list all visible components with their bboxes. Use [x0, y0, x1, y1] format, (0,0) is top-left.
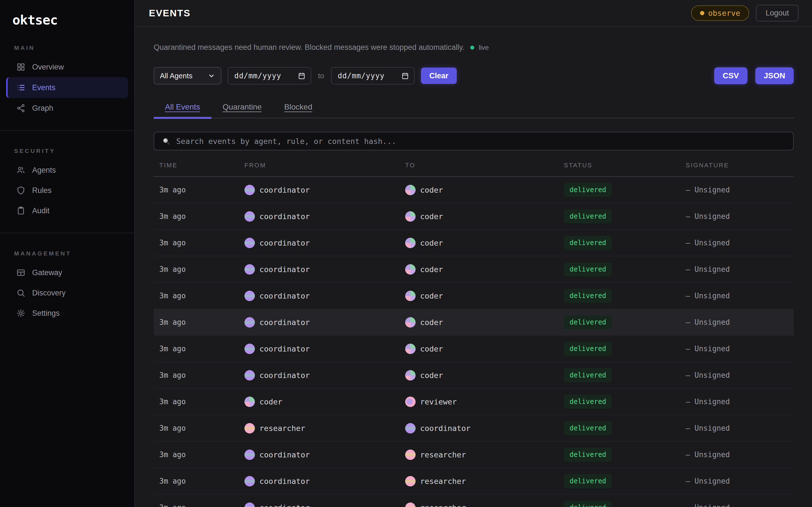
event-time: 3m ago	[154, 424, 239, 432]
col-header-status: STATUS	[558, 162, 680, 169]
from-agent-name: coordinator	[259, 265, 310, 274]
agent-filter-select[interactable]: All Agents	[154, 67, 221, 84]
page-subtitle-row: Quarantined messages need human review. …	[154, 43, 794, 52]
sidebar-item-graph[interactable]: Graph	[0, 98, 134, 118]
table-row[interactable]: 3m ago coordinator coder delivered — Uns…	[154, 230, 794, 256]
status-badge: delivered	[564, 501, 612, 507]
event-time: 3m ago	[154, 238, 239, 247]
from-avatar	[245, 317, 255, 328]
event-time: 3m ago	[154, 186, 239, 194]
events-table-body: 3m ago coordinator coder delivered — Uns…	[154, 177, 794, 507]
tab-blocked[interactable]: Blocked	[273, 99, 324, 118]
observe-mode-badge[interactable]: observe	[691, 5, 749, 21]
table-row[interactable]: 3m ago researcher coordinator delivered …	[154, 415, 794, 442]
table-row[interactable]: 3m ago coordinator coder delivered — Uns…	[154, 362, 794, 389]
date-to-input[interactable]: dd/mm/yyyy	[331, 67, 415, 84]
table-row[interactable]: 3m ago coder reviewer delivered — Unsign…	[154, 389, 794, 415]
status-badge: delivered	[564, 368, 612, 382]
tab-quarantine[interactable]: Quarantine	[211, 99, 273, 118]
sidebar-item-audit[interactable]: Audit	[0, 201, 134, 221]
from-agent-name: coordinator	[259, 503, 310, 507]
signature: — Unsigned	[680, 238, 794, 247]
to-avatar	[405, 370, 416, 381]
status-badge: delivered	[564, 474, 612, 488]
table-row[interactable]: 3m ago coordinator coder delivered — Uns…	[154, 283, 794, 309]
sidebar-item-rules[interactable]: Rules	[0, 180, 134, 201]
event-to: researcher	[400, 503, 558, 507]
live-label: live	[479, 44, 489, 52]
from-avatar	[245, 344, 255, 354]
col-header-from: FROM	[239, 162, 400, 169]
sidebar-item-overview[interactable]: Overview	[0, 57, 134, 77]
event-status: delivered	[558, 395, 680, 409]
event-to: coder	[400, 344, 558, 354]
date-to-value: dd/mm/yyyy	[338, 71, 385, 80]
export-json-button[interactable]: JSON	[755, 67, 794, 84]
export-csv-button[interactable]: CSV	[714, 67, 748, 84]
event-from: coordinator	[239, 450, 400, 460]
table-row[interactable]: 3m ago coordinator researcher delivered …	[154, 495, 794, 507]
event-status: delivered	[558, 448, 680, 462]
event-from: coordinator	[239, 344, 400, 354]
from-agent-name: coordinator	[259, 318, 310, 327]
from-agent-name: coder	[259, 397, 282, 406]
date-from-value: dd/mm/yyyy	[234, 71, 282, 80]
sidebar-item-label: Settings	[32, 309, 60, 318]
to-avatar	[405, 450, 416, 460]
to-agent-name: researcher	[420, 477, 466, 486]
table-row[interactable]: 3m ago coordinator coder delivered — Uns…	[154, 177, 794, 203]
sidebar-item-gateway[interactable]: Gateway	[0, 263, 134, 283]
status-badge: delivered	[564, 395, 612, 409]
agent-select-value: All Agents	[160, 71, 193, 80]
sidebar-item-label: Audit	[32, 207, 50, 215]
from-agent-name: researcher	[259, 424, 305, 433]
event-time: 3m ago	[154, 318, 239, 327]
event-from: coordinator	[239, 264, 400, 275]
events-table: TIME FROM TO STATUS SIGNATURE 3m ago coo…	[154, 162, 794, 507]
table-row[interactable]: 3m ago coordinator coder delivered — Uns…	[154, 256, 794, 283]
to-avatar	[405, 476, 416, 487]
sidebar-divider	[0, 233, 134, 233]
event-from: coordinator	[239, 476, 400, 487]
date-from-input[interactable]: dd/mm/yyyy	[227, 67, 311, 84]
sidebar-item-discovery[interactable]: Discovery	[0, 283, 134, 303]
table-row[interactable]: 3m ago coordinator researcher delivered …	[154, 442, 794, 468]
event-from: coordinator	[239, 370, 400, 381]
sidebar-item-agents[interactable]: Agents	[0, 160, 134, 180]
sidebar-item-events[interactable]: Events	[6, 77, 128, 98]
table-row[interactable]: 3m ago coordinator coder delivered — Uns…	[154, 309, 794, 336]
from-avatar	[245, 423, 255, 434]
search-icon	[16, 288, 26, 297]
status-badge: delivered	[564, 315, 612, 329]
to-agent-name: coder	[420, 371, 443, 380]
to-avatar	[405, 423, 416, 434]
search-icon	[161, 136, 170, 146]
event-status: delivered	[558, 315, 680, 329]
col-header-time: TIME	[154, 162, 239, 169]
grid-icon	[16, 62, 26, 71]
signature: — Unsigned	[680, 265, 794, 274]
signature: — Unsigned	[680, 371, 794, 379]
calendar-icon[interactable]	[298, 72, 306, 80]
clear-filters-button[interactable]: Clear	[421, 68, 457, 84]
sidebar-section-management: MANAGEMENT	[14, 250, 134, 257]
table-row[interactable]: 3m ago coordinator coder delivered — Uns…	[154, 203, 794, 230]
signature: — Unsigned	[680, 450, 794, 459]
event-tabs: All Events Quarantine Blocked	[154, 99, 794, 118]
event-from: coordinator	[239, 317, 400, 328]
to-agent-name: researcher	[420, 503, 466, 507]
event-from: coordinator	[239, 291, 400, 301]
table-row[interactable]: 3m ago coordinator researcher delivered …	[154, 468, 794, 495]
event-search[interactable]	[154, 132, 794, 151]
calendar-icon[interactable]	[401, 72, 409, 80]
logout-button[interactable]: Logout	[756, 5, 799, 21]
sidebar-item-settings[interactable]: Settings	[0, 303, 134, 323]
event-to: coder	[400, 317, 558, 328]
signature: — Unsigned	[680, 291, 794, 300]
table-row[interactable]: 3m ago coordinator coder delivered — Uns…	[154, 336, 794, 362]
live-dot-icon	[470, 46, 474, 50]
brand-logo: oktsec	[0, 12, 134, 27]
tab-all-events[interactable]: All Events	[154, 99, 211, 118]
table-icon	[16, 268, 26, 277]
search-input[interactable]	[176, 137, 786, 146]
